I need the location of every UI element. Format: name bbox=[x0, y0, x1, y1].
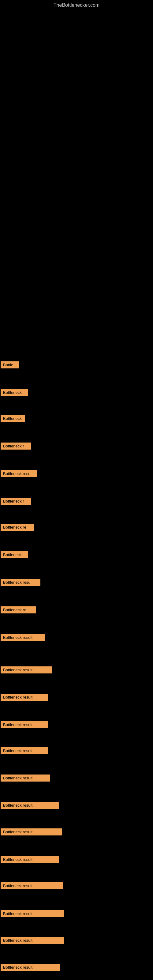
bottleneck-item-17: Bottleneck result bbox=[1, 802, 59, 809]
bottleneck-item-11: Bottleneck result bbox=[1, 634, 45, 641]
bottleneck-item-5: Bottleneck resu bbox=[1, 470, 37, 477]
bottleneck-item-9: Bottleneck resu bbox=[1, 579, 40, 586]
bottleneck-item-3: Bottleneck bbox=[1, 415, 25, 422]
bottleneck-item-10: Bottleneck re bbox=[1, 606, 36, 613]
bottleneck-item-1: Bottle bbox=[1, 361, 19, 368]
bottleneck-item-20: Bottleneck result bbox=[1, 882, 63, 889]
bottleneck-item-19: Bottleneck result bbox=[1, 856, 59, 863]
bottleneck-item-21: Bottleneck result bbox=[1, 910, 64, 917]
bottleneck-item-23: Bottleneck result bbox=[1, 964, 60, 971]
bottleneck-item-16: Bottleneck result bbox=[1, 775, 50, 781]
bottleneck-item-7: Bottleneck re bbox=[1, 524, 34, 531]
bottleneck-item-4: Bottleneck r bbox=[1, 442, 31, 450]
bottleneck-item-14: Bottleneck result bbox=[1, 721, 48, 728]
bottleneck-item-6: Bottleneck r bbox=[1, 498, 31, 505]
bottleneck-item-18: Bottleneck result bbox=[1, 829, 62, 835]
bottleneck-item-22: Bottleneck result bbox=[1, 937, 64, 944]
bottleneck-item-12: Bottleneck result bbox=[1, 667, 52, 673]
bottleneck-item-2: Bottleneck bbox=[1, 389, 28, 396]
bottleneck-item-15: Bottleneck result bbox=[1, 747, 48, 754]
bottleneck-item-13: Bottleneck result bbox=[1, 694, 48, 701]
bottleneck-item-8: Bottleneck bbox=[1, 551, 28, 558]
site-title: TheBottlenecker.com bbox=[0, 0, 153, 9]
